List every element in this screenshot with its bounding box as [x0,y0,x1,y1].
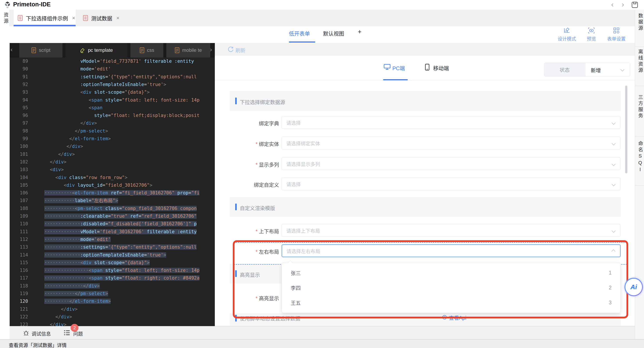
required-asterisk: * [256,162,258,168]
code-line: 97 </div> [10,119,215,127]
code-line: 121 </div> [10,305,215,313]
save-icon[interactable] [631,1,638,9]
editor-tab[interactable]: pc template [66,43,127,58]
form-settings-icon [602,27,631,35]
status-label: 状态 [544,63,585,76]
line-number: 91 [10,73,28,81]
section-accent-bar [235,204,237,210]
code-text: ···········</pm-select> [44,290,213,297]
dropdown-option[interactable]: 张三1 [282,265,620,280]
ai-assistant-button[interactable]: Ai [624,278,643,296]
section-header: 自定义渲染模版 [230,197,621,217]
right-rail-item[interactable]: 三方服务 [636,95,644,119]
doc-icon [175,47,180,55]
view-tab[interactable]: 低开表单 [289,30,310,37]
code-line: 89 vModel='field_7737871' filterable :en… [10,58,215,65]
nav-back-icon[interactable]: ‹ [611,0,614,9]
field-label: *上下布局 [218,227,279,235]
close-icon[interactable]: ✕ [116,16,120,21]
select-input[interactable]: 请选择上下布局 [282,224,620,237]
right-rail-item[interactable]: 命名SQl [636,141,644,174]
code-text: ·············:clearable="true" ref="ref_… [44,212,213,220]
line-number: 94 [10,96,28,104]
toolbar-form-settings[interactable]: 表单设置 [602,27,631,41]
code-line: 90 mode='edit' [10,65,215,73]
code-line: 112·············mode='edit' [10,236,215,244]
section-header: 下拉选择绑定数据源 [230,91,621,111]
line-number: 114 [10,251,28,259]
code-line: 109·············:clearable="true" ref="r… [10,212,215,220]
selection-guide-top [234,242,627,243]
code-text: ·············vModel='field_30162706' fil… [44,228,213,236]
code-text: </pm-select> [44,127,213,135]
code-text: style="float: left;display:block;posit [44,112,213,119]
select-input[interactable]: 请选择 [282,116,620,129]
view-tab[interactable]: 默认视图 [323,30,344,37]
rail-divider [635,47,644,47]
chevron-down-icon [612,229,615,233]
line-number: 100 [10,143,28,150]
select-input[interactable]: 请选择 [282,178,620,190]
form-scrollbar[interactable] [625,86,627,173]
line-number: 115 [10,259,28,267]
code-line: 110·············:disabled="f_disabled['f… [10,220,215,228]
status-select[interactable]: 状态 新增 [544,63,630,76]
editor-tab[interactable]: css [130,43,163,58]
code-text: ·········</el-form-item> [44,297,213,305]
editor-tab[interactable]: mobile te [166,43,210,58]
code-text: mode='edit' [44,65,213,73]
device-tab[interactable]: 移动端 [433,64,449,72]
code-editor[interactable]: ‹ › scriptpc templatecssmobile te 89 vMo… [10,43,215,326]
status-bar-text: 查看资源「测试数据」详情 [9,341,67,348]
select-placeholder: 请选择 [286,180,301,187]
code-text: ··············</div> [44,282,213,290]
ai-assistant-label: Ai [625,279,642,295]
select-input[interactable]: 请选择显示多列 [282,157,620,170]
editor-tab-label: css [147,47,154,53]
select-input[interactable]: 请选择绑定实体 [282,137,620,149]
refresh-button[interactable]: 刷新 [236,46,246,54]
doc-icon [31,47,36,55]
code-area[interactable]: 89 vModel='field_7737871' filterable :en… [10,58,215,326]
line-number: 101 [10,151,28,158]
close-icon[interactable]: ✕ [72,16,76,21]
line-number: 119 [10,290,28,297]
code-line: 106··········<el-form-item ref="fi_field… [10,189,215,197]
editor-tab[interactable]: script [19,43,62,58]
option-value: 3 [609,300,612,306]
file-tab[interactable]: 测试数据✕ [79,10,136,26]
chevron-down-icon [612,183,615,186]
chevron-down-icon [612,162,615,166]
debug-info-button[interactable]: 调试信息 [32,330,51,337]
api-icon [442,315,447,321]
dropdown-option[interactable]: 王五3 [282,295,620,310]
select-input[interactable]: 请选择左右布局 [282,244,620,257]
line-number: 105 [10,181,28,189]
left-rail: 资源 [0,10,10,339]
add-view-tab[interactable]: + [358,28,362,36]
right-rail-item[interactable]: 数据源 [636,13,644,32]
toolbar-preview[interactable]: 预览 [577,27,606,41]
section-header: 使用脚本动态设置选择数据 [230,313,621,326]
rail-divider [635,86,644,86]
right-rail-item[interactable]: 离线资源 [636,49,644,74]
refresh-icon[interactable] [228,46,234,53]
view-api-link[interactable]: 查看Api [442,314,466,321]
toolbar-design-mode[interactable]: 设计模式 [552,27,581,41]
editor-tab-strip: ‹ › scriptpc templatecssmobile te [10,43,215,58]
line-number: 102 [10,158,28,166]
tab-scroll-left-icon[interactable]: ‹ [10,46,12,53]
line-number: 110 [10,220,28,228]
dropdown-option[interactable]: 李四2 [282,280,620,295]
tab-scroll-right-icon[interactable]: › [210,46,212,53]
line-number: 103 [10,166,28,174]
section-title: 下拉选择绑定数据源 [240,98,285,106]
code-text: </div> [44,321,213,326]
code-text: </el-form-item> [44,135,213,143]
file-tab[interactable]: 下拉选择组件示例✕ [14,10,76,26]
editor-bottom-bar: 调试信息 问题 [10,326,635,339]
nav-forward-icon[interactable]: › [622,0,624,9]
device-tab[interactable]: PC端 [392,64,405,72]
sidebar-item-resources[interactable]: 资源 [2,12,9,25]
status-value: 新增 [591,66,601,74]
